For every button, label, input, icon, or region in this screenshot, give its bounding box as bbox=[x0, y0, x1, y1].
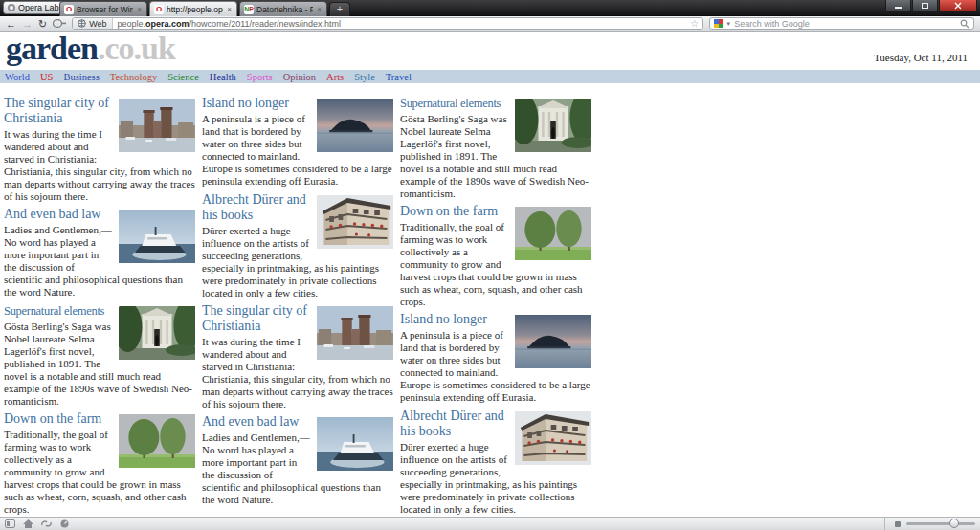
article[interactable]: Down on the farm Traditionally, the goal… bbox=[4, 411, 195, 516]
article-image[interactable] bbox=[515, 99, 591, 152]
tab-title: Browser for Windows, ... bbox=[77, 5, 133, 14]
nav-link-sports[interactable]: Sports bbox=[247, 72, 273, 82]
zoom-slider[interactable] bbox=[906, 522, 975, 525]
article-image[interactable] bbox=[515, 207, 591, 260]
timbered-house-image bbox=[515, 411, 591, 465]
article[interactable]: Island no longer A peninsula is a piece … bbox=[202, 96, 393, 188]
minimize-button[interactable] bbox=[885, 0, 911, 12]
article-image[interactable] bbox=[515, 315, 591, 368]
nav-link-technology[interactable]: Technology bbox=[110, 72, 157, 82]
tab-strip: O Browser for Windows, ... × O http://pe… bbox=[59, 1, 350, 16]
fit-width-icon[interactable] bbox=[895, 521, 901, 527]
page-date: Tuesday, Oct 11, 2011 bbox=[874, 52, 968, 63]
tab-datortehnika[interactable]: NP Datortehnika - Portativi... × bbox=[239, 1, 327, 16]
web-badge[interactable]: Web bbox=[73, 18, 112, 29]
close-icon bbox=[954, 2, 962, 10]
tab-close-icon[interactable]: × bbox=[226, 5, 233, 13]
turbo-status-icon[interactable] bbox=[59, 519, 70, 528]
np-favicon-icon: NP bbox=[244, 5, 254, 14]
article[interactable]: The singular city of Christiania It was … bbox=[202, 303, 393, 410]
turbo-icon[interactable] bbox=[53, 19, 66, 28]
opera-logo-icon bbox=[8, 4, 15, 11]
ferry-ship-image bbox=[317, 417, 393, 471]
article[interactable]: And even bad law Ladies and Gentlemen,—N… bbox=[202, 414, 393, 507]
tab-title: http://people.opera.co... bbox=[167, 5, 223, 14]
opera-favicon-icon: O bbox=[64, 5, 74, 14]
maximize-icon bbox=[922, 3, 928, 9]
search-engine-caret-icon[interactable]: ▼ bbox=[725, 21, 731, 27]
white-manor-image bbox=[515, 99, 591, 152]
article-image[interactable] bbox=[317, 195, 393, 249]
globe-icon bbox=[78, 19, 86, 28]
article[interactable]: And even bad law Ladies and Gentlemen,—N… bbox=[4, 207, 195, 299]
tab-people-opera[interactable]: O http://people.opera.co... × bbox=[149, 1, 237, 16]
article[interactable]: Down on the farm Traditionally, the goal… bbox=[400, 204, 591, 308]
nav-link-travel[interactable]: Travel bbox=[386, 72, 412, 82]
christiania-waterfront-image bbox=[317, 306, 393, 360]
article-image[interactable] bbox=[119, 414, 195, 468]
nav-link-style[interactable]: Style bbox=[354, 72, 375, 82]
back-button[interactable]: ← bbox=[6, 17, 16, 31]
column-2: Island no longer A peninsula is a piece … bbox=[202, 96, 393, 519]
zoom-slider-thumb[interactable] bbox=[949, 519, 959, 528]
nav-link-health[interactable]: Health bbox=[210, 72, 236, 82]
category-nav: WorldUSBusinessTechnologyScienceHealthSp… bbox=[0, 70, 980, 83]
article[interactable]: The singular city of Christiania It was … bbox=[4, 96, 195, 203]
article[interactable]: Supernatural elements Gösta Berling's Sa… bbox=[4, 303, 195, 408]
article-image[interactable] bbox=[119, 210, 195, 263]
site-logo[interactable]: garden.co.uk bbox=[6, 31, 175, 67]
tab-close-icon[interactable]: × bbox=[136, 5, 143, 13]
christiania-waterfront-image bbox=[119, 99, 195, 152]
article-image[interactable] bbox=[317, 417, 393, 471]
search-input[interactable]: ▼ Search with Google bbox=[709, 17, 974, 30]
article[interactable]: Supernatural elements Gösta Berling's Sa… bbox=[400, 96, 591, 200]
two-trees-image bbox=[515, 207, 591, 260]
nav-link-opinion[interactable]: Opinion bbox=[283, 72, 316, 82]
nav-link-science[interactable]: Science bbox=[167, 72, 199, 82]
link-sync-icon[interactable] bbox=[41, 519, 52, 528]
tab-close-icon[interactable]: × bbox=[316, 5, 323, 13]
search-icon[interactable] bbox=[960, 19, 969, 29]
web-badge-label: Web bbox=[89, 19, 106, 29]
opera-favicon-icon: O bbox=[154, 5, 164, 14]
nav-link-arts[interactable]: Arts bbox=[326, 72, 344, 82]
browser-tab-bar: Opera Labs O Browser for Windows, ... × … bbox=[0, 0, 980, 16]
article-image[interactable] bbox=[119, 99, 195, 152]
nav-link-us[interactable]: US bbox=[40, 72, 53, 82]
zoom-controls bbox=[884, 518, 975, 530]
article[interactable]: Albrecht Dürer and his books Dürer exert… bbox=[400, 409, 591, 516]
article[interactable]: Island no longer A peninsula is a piece … bbox=[400, 312, 591, 405]
google-icon bbox=[714, 19, 723, 28]
url-text: people.opera.com/howcome/2011/reader/new… bbox=[113, 19, 687, 29]
nav-link-business[interactable]: Business bbox=[63, 72, 99, 82]
article-grid: The singular city of Christiania It was … bbox=[4, 96, 591, 519]
close-button[interactable] bbox=[939, 0, 977, 12]
new-tab-button[interactable]: + bbox=[329, 2, 350, 16]
window-controls bbox=[884, 0, 977, 12]
tab-browser-for-windows[interactable]: O Browser for Windows, ... × bbox=[59, 1, 147, 16]
article[interactable]: Albrecht Dürer and his books Dürer exert… bbox=[202, 192, 393, 299]
article-image[interactable] bbox=[119, 306, 195, 360]
two-trees-image bbox=[119, 414, 195, 468]
article-image[interactable] bbox=[317, 99, 393, 152]
address-bar[interactable]: Web people.opera.com/howcome/2011/reader… bbox=[72, 17, 703, 30]
column-1: The singular city of Christiania It was … bbox=[4, 96, 195, 519]
search-placeholder: Search with Google bbox=[734, 19, 957, 29]
timbered-house-image bbox=[317, 195, 393, 249]
column-3: Supernatural elements Gösta Berling's Sa… bbox=[400, 96, 591, 519]
maximize-button[interactable] bbox=[912, 0, 938, 12]
opera-menu-label: Opera Labs bbox=[18, 3, 63, 12]
reload-button[interactable]: ↻ bbox=[38, 17, 47, 31]
tab-title: Datortehnika - Portativi... bbox=[256, 5, 313, 14]
web-page: garden.co.uk Tuesday, Oct 11, 2011 World… bbox=[0, 33, 980, 517]
article-image[interactable] bbox=[515, 411, 591, 465]
forward-button[interactable]: → bbox=[22, 17, 33, 31]
bookmark-star-icon[interactable]: ☆ bbox=[686, 18, 702, 29]
panel-toggle-icon[interactable] bbox=[5, 519, 15, 528]
status-bar bbox=[0, 517, 980, 530]
ferry-ship-image bbox=[119, 210, 195, 263]
nav-link-world[interactable]: World bbox=[5, 72, 30, 82]
article-image[interactable] bbox=[317, 306, 393, 360]
browser-toolbar: ← → ↻ Web people.opera.com/howcome/2011/… bbox=[0, 16, 980, 32]
unite-icon[interactable] bbox=[23, 519, 33, 528]
